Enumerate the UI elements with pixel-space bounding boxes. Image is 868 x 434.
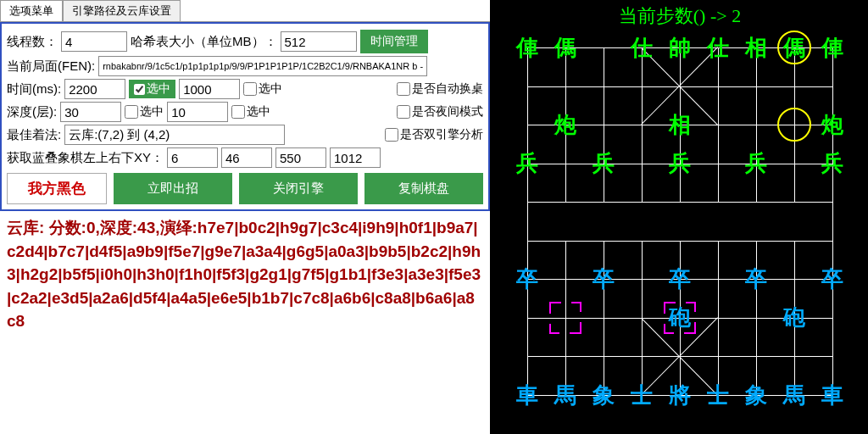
piece[interactable]: 仕 bbox=[623, 29, 660, 66]
depth1-check[interactable]: 选中 bbox=[125, 104, 164, 120]
depth2-check[interactable]: 选中 bbox=[231, 104, 270, 120]
piece[interactable]: 炮 bbox=[814, 106, 851, 143]
board-panel: 当前步数() -> 2 俥傌仕帥仕相傌俥炮相炮兵兵兵兵兵卒卒卒卒卒砲砲車馬象士將… bbox=[492, 0, 868, 434]
y2-input[interactable] bbox=[330, 147, 381, 168]
piece[interactable]: 帥 bbox=[661, 29, 698, 66]
piece[interactable]: 炮 bbox=[547, 106, 584, 143]
piece[interactable]: 卒 bbox=[737, 260, 775, 298]
piece[interactable]: 俥 bbox=[509, 29, 546, 66]
piece[interactable]: 兵 bbox=[661, 145, 698, 182]
time2-input[interactable] bbox=[179, 79, 240, 99]
tab-engine-path[interactable]: 引擎路径及云库设置 bbox=[63, 0, 181, 21]
board-title: 当前步数() -> 2 bbox=[492, 0, 868, 31]
time2-check[interactable]: 选中 bbox=[243, 81, 282, 97]
piece[interactable]: 砲 bbox=[776, 299, 813, 337]
night-check[interactable]: 是否夜间模式 bbox=[397, 104, 483, 120]
piece[interactable]: 兵 bbox=[814, 145, 851, 182]
piece[interactable]: 馬 bbox=[547, 376, 584, 414]
piece[interactable]: 兵 bbox=[585, 145, 622, 182]
stop-button[interactable]: 关闭引擎 bbox=[239, 173, 358, 204]
piece[interactable]: 相 bbox=[737, 29, 775, 66]
time1-input[interactable] bbox=[64, 79, 125, 99]
x2-input[interactable] bbox=[275, 147, 326, 168]
piece[interactable]: 馬 bbox=[776, 376, 813, 414]
piece[interactable]: 車 bbox=[814, 376, 851, 414]
fen-label: 当前局面(FEN): bbox=[7, 58, 95, 75]
threads-input[interactable] bbox=[61, 31, 127, 52]
piece[interactable]: 象 bbox=[585, 376, 622, 414]
piece[interactable]: 卒 bbox=[814, 260, 851, 298]
time-label: 时间(ms): bbox=[7, 81, 61, 97]
threads-label: 线程数： bbox=[7, 34, 58, 50]
piece[interactable]: 士 bbox=[623, 376, 660, 414]
xy-label: 获取蓝叠象棋左上右下XY： bbox=[7, 150, 164, 166]
y1-input[interactable] bbox=[221, 147, 272, 168]
tabs: 选项菜单 引擎路径及云库设置 bbox=[0, 0, 490, 22]
engine-output: 云库: 分数:0,深度:43,演绎:h7e7|b0c2|h9g7|c3c4|i9… bbox=[7, 216, 483, 333]
piece[interactable]: 卒 bbox=[509, 260, 546, 298]
move-marker bbox=[664, 302, 696, 334]
autoswap-check[interactable]: 是否自动换桌 bbox=[397, 81, 483, 97]
piece[interactable]: 將 bbox=[661, 376, 698, 414]
piece[interactable]: 兵 bbox=[737, 145, 775, 182]
dual-check[interactable]: 是否双引擎分析 bbox=[385, 127, 483, 142]
piece[interactable]: 卒 bbox=[661, 260, 698, 298]
output-panel: 云库: 分数:0,深度:43,演绎:h7e7|b0c2|h9g7|c3c4|i9… bbox=[0, 211, 490, 434]
fen-input[interactable] bbox=[98, 56, 427, 76]
depth1-input[interactable] bbox=[60, 102, 121, 122]
piece[interactable]: 仕 bbox=[699, 29, 737, 66]
piece[interactable]: 兵 bbox=[509, 145, 546, 182]
hash-input[interactable] bbox=[281, 31, 357, 52]
controls-panel: 线程数： 哈希表大小（单位MB）： 时间管理 当前局面(FEN): 时间(ms)… bbox=[0, 22, 490, 211]
piece[interactable]: 士 bbox=[699, 376, 737, 414]
go-button[interactable]: 立即出招 bbox=[114, 173, 232, 204]
piece[interactable]: 相 bbox=[661, 106, 698, 143]
copy-button[interactable]: 复制棋盘 bbox=[364, 173, 483, 204]
time-manage-button[interactable]: 时间管理 bbox=[360, 30, 428, 53]
piece[interactable]: 卒 bbox=[585, 260, 622, 298]
hash-label: 哈希表大小（单位MB）： bbox=[131, 34, 277, 50]
depth-label: 深度(层): bbox=[7, 104, 57, 120]
chess-board[interactable]: 俥傌仕帥仕相傌俥炮相炮兵兵兵兵兵卒卒卒卒卒砲砲車馬象士將士象馬車 bbox=[510, 31, 849, 412]
side-button[interactable]: 我方黑色 bbox=[7, 173, 107, 204]
tab-options[interactable]: 选项菜单 bbox=[0, 0, 63, 21]
depth2-input[interactable] bbox=[167, 102, 228, 122]
piece[interactable]: 傌 bbox=[547, 29, 584, 66]
move-marker bbox=[549, 302, 581, 334]
piece[interactable]: 象 bbox=[737, 376, 775, 414]
best-label: 最佳着法: bbox=[7, 127, 61, 143]
piece[interactable]: 俥 bbox=[814, 29, 851, 66]
time1-check[interactable]: 选中 bbox=[129, 80, 175, 98]
best-move-input[interactable] bbox=[64, 125, 285, 145]
x1-input[interactable] bbox=[167, 147, 218, 168]
piece[interactable]: 車 bbox=[509, 376, 546, 414]
highlight-circle bbox=[777, 31, 811, 64]
highlight-circle bbox=[777, 108, 811, 142]
